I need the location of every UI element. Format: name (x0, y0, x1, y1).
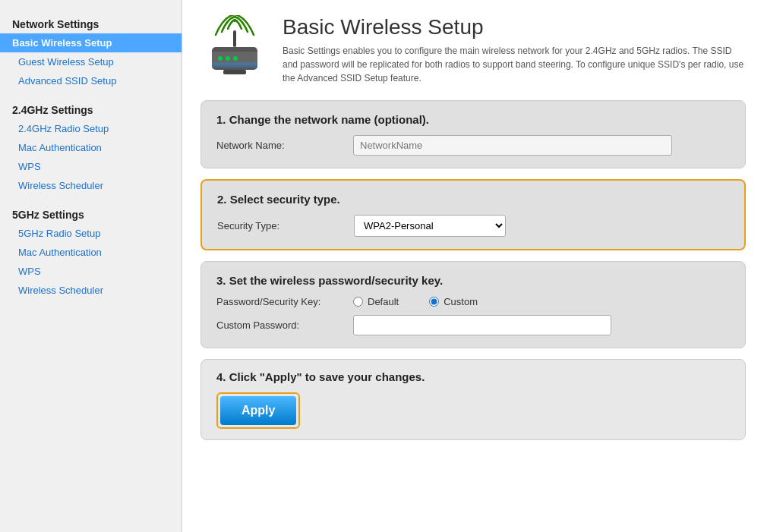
password-label: Password/Security Key: (216, 296, 353, 307)
sidebar-item-guest-wireless-setup[interactable]: Guest Wireless Setup (0, 52, 182, 71)
sidebar-item-mac-auth-5[interactable]: Mac Authentication (0, 243, 182, 262)
sidebar-item-5ghz-radio-setup[interactable]: 5GHz Radio Setup (0, 224, 182, 243)
sidebar: Network Settings Basic Wireless Setup Gu… (0, 0, 182, 532)
svg-point-3 (226, 56, 230, 61)
5ghz-settings-heading: 5GHz Settings (0, 203, 182, 224)
password-radio-row: Password/Security Key: Default Custom (216, 296, 730, 307)
sidebar-item-24ghz-radio-setup[interactable]: 2.4GHz Radio Setup (0, 119, 182, 138)
section-apply: 4. Click "Apply" to save your changes. A… (200, 359, 746, 440)
network-name-label: Network Name: (216, 140, 353, 151)
page-header: Basic Wireless Setup Basic Settings enab… (200, 15, 746, 85)
password-radio-group: Default Custom (353, 296, 730, 307)
radio-default-label: Default (368, 296, 399, 307)
radio-default-option[interactable]: Default (353, 296, 399, 307)
network-name-input[interactable] (353, 135, 672, 156)
svg-point-4 (233, 56, 238, 61)
router-icon (200, 15, 269, 83)
custom-password-input[interactable] (353, 315, 611, 335)
security-type-label: Security Type: (217, 220, 354, 231)
section-security-type: 2. Select security type. Security Type: … (200, 179, 746, 250)
section1-title: 1. Change the network name (optional). (216, 113, 730, 126)
sidebar-item-wps-5[interactable]: WPS (0, 262, 182, 281)
network-name-field-wrapper (353, 135, 730, 156)
svg-rect-7 (212, 62, 257, 68)
sidebar-item-wireless-scheduler-5[interactable]: Wireless Scheduler (0, 281, 182, 300)
section4-title: 4. Click "Apply" to save your changes. (216, 370, 730, 383)
svg-rect-6 (223, 70, 246, 74)
radio-custom[interactable] (429, 297, 439, 307)
sidebar-item-advanced-ssid-setup[interactable]: Advanced SSID Setup (0, 71, 182, 90)
svg-point-2 (218, 56, 223, 61)
page-header-text: Basic Wireless Setup Basic Settings enab… (283, 15, 746, 85)
page-description: Basic Settings enables you to configure … (283, 44, 746, 85)
network-name-row: Network Name: (216, 135, 730, 156)
section-network-name: 1. Change the network name (optional). N… (200, 100, 746, 168)
apply-button-wrapper: Apply (216, 392, 300, 429)
section2-title: 2. Select security type. (217, 193, 729, 206)
custom-password-row: Custom Password: (216, 315, 730, 335)
security-type-select[interactable]: None WEP WPA-Personal WPA2-Personal WPA/… (354, 215, 506, 237)
main-content: Basic Wireless Setup Basic Settings enab… (182, 0, 764, 532)
radio-custom-label: Custom (444, 296, 478, 307)
security-type-select-wrapper: None WEP WPA-Personal WPA2-Personal WPA/… (354, 215, 729, 237)
radio-default[interactable] (353, 297, 363, 307)
24ghz-settings-heading: 2.4GHz Settings (0, 98, 182, 119)
sidebar-item-wireless-scheduler-24[interactable]: Wireless Scheduler (0, 176, 182, 195)
radio-custom-option[interactable]: Custom (429, 296, 478, 307)
custom-password-field-wrapper (353, 315, 730, 335)
network-settings-heading: Network Settings (0, 12, 182, 33)
apply-button[interactable]: Apply (220, 396, 296, 425)
custom-password-label: Custom Password: (216, 320, 353, 331)
sidebar-item-wps-24[interactable]: WPS (0, 157, 182, 176)
sidebar-item-mac-auth-24[interactable]: Mac Authentication (0, 138, 182, 157)
section-password: 3. Set the wireless password/security ke… (200, 261, 746, 348)
security-type-row: Security Type: None WEP WPA-Personal WPA… (217, 215, 729, 237)
page-title: Basic Wireless Setup (283, 15, 746, 39)
svg-rect-5 (233, 30, 236, 47)
sidebar-item-basic-wireless-setup[interactable]: Basic Wireless Setup (0, 33, 182, 52)
section3-title: 3. Set the wireless password/security ke… (216, 274, 730, 287)
